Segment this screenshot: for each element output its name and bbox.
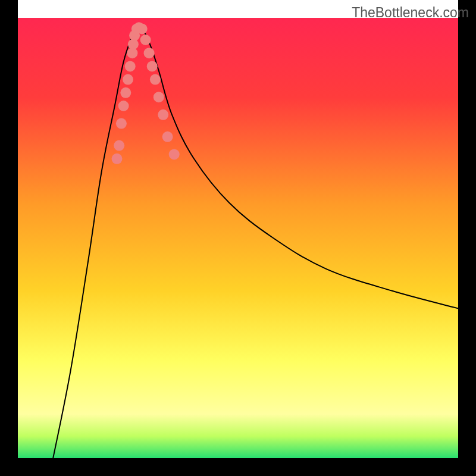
bottleneck-chart [0,0,476,476]
data-point [144,48,155,58]
watermark-text: TheBottleneck.com [352,5,469,21]
data-point [137,24,148,35]
data-point [123,74,133,85]
data-point [114,140,124,151]
data-point [118,101,129,111]
data-point [125,61,136,71]
chart-container: TheBottleneck.com [0,0,476,476]
svg-rect-2 [458,0,476,476]
svg-rect-1 [0,0,18,476]
data-point [116,118,127,129]
data-point [162,131,173,142]
data-point [169,149,180,159]
data-point [140,35,151,45]
svg-rect-3 [0,458,476,476]
data-point [158,109,168,120]
data-point [154,92,164,102]
data-point [112,154,123,164]
data-point [147,61,158,71]
gradient-background [18,18,458,458]
data-point [120,87,131,98]
data-point [150,74,161,85]
